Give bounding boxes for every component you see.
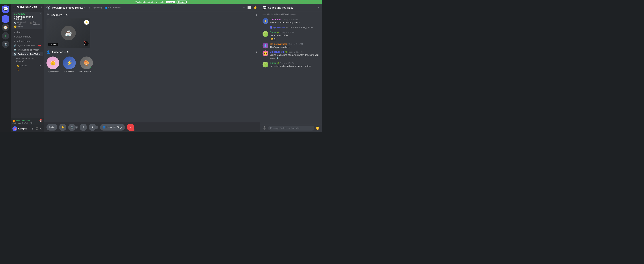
msg-content-splashspekt: Splashspekt 🌿 Today at 4:37 PM You're re… xyxy=(270,50,320,60)
msg-author-hydrated: pls be hydrated xyxy=(270,43,288,45)
speaker-mute-badge: 🚫🎙 xyxy=(84,41,88,46)
stage-title: Hot Drinks or Iced Drinks? xyxy=(52,6,85,9)
live-card-close[interactable]: ✕ xyxy=(40,13,42,15)
msg-header-splashspekt: Splashspekt 🌿 Today at 4:37 PM xyxy=(270,50,320,53)
channel-name: Coffee and Tea Talks xyxy=(18,53,40,56)
audience-member-earl-grey: 🎨 Earl Grey the ... xyxy=(80,56,94,73)
speaker-star-badge: ⭐ xyxy=(84,20,89,25)
channel-name: hydration-stories xyxy=(18,44,35,47)
mic-icon: 🎙 xyxy=(88,6,90,9)
more-options-button[interactable]: ··· xyxy=(242,6,245,9)
headphones-button[interactable]: 🎧 xyxy=(36,127,38,130)
msg-avatar-hydrated: 💧 xyxy=(262,43,268,48)
mic-section-icon: 🎙 xyxy=(46,13,50,17)
accept-button[interactable]: Accept xyxy=(166,1,175,3)
add-server-button[interactable]: + xyxy=(2,32,9,39)
explore-button[interactable]: 🔭 xyxy=(2,41,9,48)
stage-body: 🎙 Speakers — 1 ▾ ☕ ⭐ chisme 🚫🎙 � xyxy=(44,11,260,122)
online-status-dot xyxy=(90,66,92,69)
invite-banner: You have been invited to speak. Accept D… xyxy=(0,0,322,4)
msg-author-sunn-2: Sunn xyxy=(270,62,276,64)
msg-avatar-sunn-2: 🌱 xyxy=(262,62,268,67)
msg-quote-author: @Caffeinator xyxy=(273,26,285,28)
msg-author-caffeinator: Caffeinator xyxy=(270,18,282,21)
emoji-picker-button[interactable]: 😊 xyxy=(316,127,320,130)
audience-avatar-caffeinator: ⚡ xyxy=(63,56,76,69)
msg-header-sunn-2: Sunn 🌿 Today at 4:54 PM xyxy=(270,62,311,64)
screen-share-button[interactable]: 🖥 xyxy=(80,124,87,131)
end-chevron[interactable]: ▾ xyxy=(132,129,134,131)
mic-toggle-button[interactable]: 🎙 xyxy=(32,127,34,130)
channel-item-coffee-tea[interactable]: 📡 Coffee and Tea Talks xyxy=(12,52,43,56)
msg-text-caffeinator: No one likes hot Energy drinks. xyxy=(270,21,300,24)
server-icon-discord[interactable]: 💬 xyxy=(2,5,9,13)
speaking-count: 🎙 1 speaking xyxy=(88,6,102,9)
leave-icon: 👤 xyxy=(103,126,106,129)
decline-button[interactable]: Decline xyxy=(176,0,186,3)
chevron-down-icon: ▾ xyxy=(41,6,42,8)
mic-button[interactable]: 🎙 xyxy=(89,124,96,131)
speakers-title: 🎙 Speakers — 1 xyxy=(46,13,68,17)
audience-count: 👥 3 in audience xyxy=(104,6,121,9)
msg-header-caffeinator: Caffeinator Today at 4:10 PM xyxy=(270,18,300,21)
stage-icon-small: 📡 xyxy=(14,22,16,24)
live-card-title: Hot Drinks or Iced Drinks? xyxy=(14,15,41,21)
camera-button[interactable]: 📷 xyxy=(68,124,76,131)
invite-text: You have been invited to speak. xyxy=(136,1,164,3)
msg-time-sunn-2: Today at 4:54 PM xyxy=(280,62,294,64)
voice-connected-bar: 📶 Voice Connected 📵 Coffee and Tea Talks… xyxy=(11,118,44,125)
overflow-text: toss it in the fridge and it's cold agai… xyxy=(262,13,320,16)
chat-close-button[interactable]: ✕ xyxy=(317,6,320,9)
server-divider xyxy=(3,14,8,14)
voice-icon: 🔊 xyxy=(14,44,16,47)
live-card-meta: 📡 Coffee and Tea T... · 🎧 3 in audience xyxy=(14,21,41,25)
mic-chevron[interactable]: ▾ xyxy=(95,126,98,129)
msg-reaction-sunn[interactable]: 😄 1 xyxy=(270,38,276,41)
server-icon-hydration[interactable]: H xyxy=(2,15,9,23)
sub-channel-user2[interactable]: 😎 xyxy=(12,68,43,71)
screen-icon[interactable]: ⬜ xyxy=(247,6,251,9)
channel-item-chat[interactable]: # chat xyxy=(12,30,43,34)
user-avatar-small: 🙂 xyxy=(14,25,17,28)
raise-hand-button[interactable]: ✋ xyxy=(59,124,66,131)
msg-text-sunn: that's called coffee xyxy=(270,34,294,37)
disconnect-icon[interactable]: 📵 xyxy=(39,119,42,122)
chat-message-input[interactable] xyxy=(268,126,314,131)
channel-name: water-drinkers xyxy=(16,35,31,38)
live-dot xyxy=(14,13,15,15)
audience-grid: 🐱 Captain Nelly ⚡ Caffeinator 🎨 xyxy=(46,56,257,73)
msg-content-hydrated: pls be hydrated Today at 4:10 PM That's … xyxy=(270,43,303,49)
msg-avatar-caffeinator: ⚡ xyxy=(262,18,268,24)
audience-name-captain-nelly: Captain Nelly xyxy=(47,70,59,73)
add-attachment-button[interactable]: ➕ xyxy=(262,126,266,130)
live-card[interactable]: ✕ LIVE NOW Hot Drinks or Iced Drinks? 📡 … xyxy=(12,12,42,29)
hash-icon: # xyxy=(14,31,15,34)
sub-channel-hot-drinks[interactable]: Hot Drinks or Iced Drinks? xyxy=(12,56,43,63)
speakers-chevron[interactable]: ▾ xyxy=(256,13,257,17)
msg-content-sunn-2: Sunn 🌿 Today at 4:54 PM this is the stuf… xyxy=(270,62,311,68)
channel-item-hydration-stories[interactable]: 🔊 hydration-stories 1 xyxy=(12,43,43,47)
msg-header-sunn: Sunn 🌿 Today at 4:10 PM xyxy=(270,31,294,34)
voice-connected-label: 📶 Voice Connected 📵 xyxy=(12,119,42,122)
stage-channel-icon: 📡 xyxy=(46,6,50,9)
audience-member-captain-nelly: 🐱 Captain Nelly xyxy=(46,56,59,73)
channel-item-water-drinkers[interactable]: # water-drinkers xyxy=(12,34,43,39)
user-avatar-tiny: 🙂 xyxy=(17,65,19,67)
leave-stage-button[interactable]: 👤 Leave the Stage xyxy=(100,124,125,131)
speakers-grid: ☕ ⭐ chisme 🚫🎙 xyxy=(46,18,257,48)
hand-raised-icon[interactable]: 🖐 xyxy=(254,6,257,9)
sub-channel-name: Hot Drinks or Iced Drinks? xyxy=(16,57,41,63)
sub-channel-user-chisme[interactable]: 🙂 chisme 🎙 xyxy=(12,64,43,68)
msg-text-sunn-2: this is the stuff clouds are made of (wa… xyxy=(270,65,311,68)
audience-chevron[interactable]: ▾ xyxy=(256,50,257,54)
invite-button[interactable]: Invite xyxy=(46,124,57,131)
main-content: 📡 Hot Drinks or Iced Drinks? 🎙 1 speakin… xyxy=(44,4,260,132)
channel-item-self-care[interactable]: # self-care-tips xyxy=(12,39,43,43)
chat-header-title: Coffee and Tea Talks xyxy=(268,6,316,9)
server-icon-explore[interactable]: 🧭 xyxy=(2,24,9,31)
channel-item-sound-of-water[interactable]: 📡 The Sound of Water xyxy=(12,48,43,52)
mic-icon-small: 🎙 xyxy=(39,65,41,67)
msg-author-splashspekt: Splashspekt xyxy=(270,50,284,53)
server-header[interactable]: ✓ The Hydration Club ▾ xyxy=(11,4,44,10)
settings-button[interactable]: ⚙ xyxy=(40,127,42,130)
